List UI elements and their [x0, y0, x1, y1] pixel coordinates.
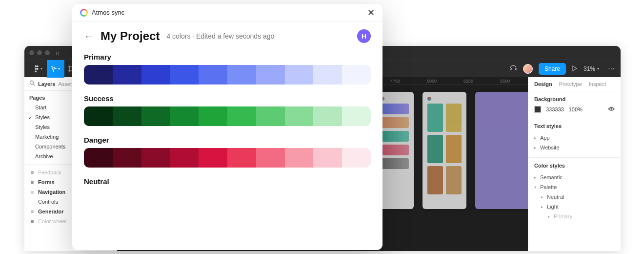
color-styles-section: Color styles ▸Semantic▾Palette▸Neutral▸L…	[528, 158, 621, 223]
color-swatch[interactable]	[227, 106, 256, 126]
palette-name: Success	[84, 94, 371, 103]
color-swatch[interactable]	[141, 65, 170, 85]
palette-group: Danger	[84, 136, 371, 168]
frame-2[interactable]	[423, 92, 466, 209]
color-swatch[interactable]	[170, 148, 199, 168]
color-swatch[interactable]	[342, 106, 371, 126]
assets-tab[interactable]: Asset	[58, 81, 72, 87]
color-swatch[interactable]	[313, 65, 342, 85]
text-style-item[interactable]: ▸Website	[534, 143, 615, 152]
project-meta: 4 colors · Edited a few seconds ago	[166, 32, 274, 40]
background-section: Background 333333 100%	[528, 91, 621, 118]
modal-header: Atmos sync ✕	[72, 4, 382, 21]
layers-tab[interactable]: Layers	[38, 81, 55, 87]
home-icon[interactable]: ⌂	[56, 49, 60, 57]
project-avatar[interactable]: H	[357, 29, 371, 43]
move-tool-button[interactable]: ▾	[47, 60, 64, 78]
right-panel-tabs: Design Prototype Inspect	[528, 77, 621, 91]
svg-point-2	[35, 68, 37, 70]
palette-group: Neutral	[84, 177, 371, 186]
color-swatch[interactable]	[113, 148, 141, 168]
color-swatch[interactable]	[313, 148, 342, 168]
atmos-logo-icon	[80, 9, 88, 17]
text-styles-section: Text styles ▸App▸Website	[528, 118, 621, 158]
color-swatch[interactable]	[313, 106, 342, 126]
color-swatch[interactable]	[199, 148, 227, 168]
color-style-item[interactable]: ▸Light	[534, 202, 615, 212]
color-swatch[interactable]	[227, 148, 256, 168]
color-swatch[interactable]	[199, 106, 227, 126]
inspect-tab[interactable]: Inspect	[589, 81, 606, 87]
background-hex[interactable]: 333333	[546, 106, 564, 112]
svg-point-3	[37, 68, 39, 70]
background-opacity[interactable]: 100%	[569, 106, 583, 112]
modal-fade	[72, 221, 382, 250]
palette-row[interactable]	[84, 65, 371, 85]
frame-3[interactable]	[475, 92, 528, 209]
color-swatch[interactable]	[285, 106, 314, 126]
color-swatch[interactable]	[342, 65, 371, 85]
color-swatch[interactable]	[199, 65, 227, 85]
modal-body: ← My Project 4 colors · Edited a few sec…	[72, 21, 382, 250]
palette-row[interactable]	[84, 148, 371, 168]
color-style-item[interactable]: ▸Neutral	[534, 192, 615, 202]
traffic-lights[interactable]	[29, 50, 50, 55]
palette-name: Neutral	[84, 177, 371, 186]
color-swatch[interactable]	[113, 106, 141, 126]
ruler-tick: 5000	[427, 79, 437, 84]
visibility-icon[interactable]	[608, 106, 615, 112]
search-icon[interactable]	[29, 80, 35, 87]
figma-menu-button[interactable]: ▾	[29, 60, 47, 78]
color-swatch[interactable]	[84, 148, 113, 168]
palette-row[interactable]	[84, 106, 371, 126]
color-style-item[interactable]: ▸Semantic	[534, 172, 615, 182]
color-swatch[interactable]	[256, 65, 285, 85]
color-swatch[interactable]	[170, 106, 199, 126]
canvas-artwork	[376, 92, 528, 209]
project-headline: ← My Project 4 colors · Edited a few sec…	[84, 29, 371, 43]
color-swatch[interactable]	[84, 65, 113, 85]
svg-line-6	[33, 84, 35, 85]
color-swatch[interactable]	[342, 148, 371, 168]
ruler-tick: 5250	[463, 79, 473, 84]
text-style-item[interactable]: ▸App	[534, 133, 615, 143]
more-menu-icon[interactable]: ⋯	[608, 65, 616, 73]
back-arrow-icon[interactable]: ←	[84, 31, 94, 41]
prototype-tab[interactable]: Prototype	[559, 81, 582, 87]
color-swatch[interactable]	[141, 106, 170, 126]
toolbar-right: Share 31%▾ ⋯	[509, 63, 616, 75]
ruler-tick: 4750	[390, 79, 400, 84]
palette-name: Danger	[84, 136, 371, 144]
color-swatch[interactable]	[285, 148, 314, 168]
atmos-sync-modal: Atmos sync ✕ ← My Project 4 colors · Edi…	[72, 4, 382, 250]
background-color-chip[interactable]	[534, 106, 541, 113]
share-button[interactable]: Share	[539, 63, 566, 75]
project-title: My Project	[101, 29, 160, 43]
svg-point-4	[35, 70, 37, 72]
color-swatch[interactable]	[113, 65, 141, 85]
modal-title: Atmos sync	[92, 9, 124, 16]
svg-point-7	[610, 108, 612, 110]
palette-group: Success	[84, 94, 371, 126]
color-swatch[interactable]	[141, 148, 170, 168]
design-tab[interactable]: Design	[534, 81, 552, 87]
zoom-level[interactable]: 31%▾	[584, 65, 599, 72]
present-icon[interactable]	[572, 65, 578, 73]
headset-icon[interactable]	[509, 64, 517, 73]
svg-point-1	[37, 65, 39, 67]
user-avatar[interactable]	[523, 64, 533, 74]
color-swatch[interactable]	[285, 65, 314, 85]
color-swatch[interactable]	[227, 65, 256, 85]
color-swatch[interactable]	[256, 148, 285, 168]
color-style-item[interactable]: ▸Primary	[534, 212, 615, 221]
palette-group: Primary	[84, 53, 371, 85]
background-title: Background	[534, 96, 615, 102]
svg-point-0	[35, 65, 37, 67]
close-icon[interactable]: ✕	[367, 8, 375, 17]
color-swatch[interactable]	[256, 106, 285, 126]
color-style-item[interactable]: ▾Palette	[534, 182, 615, 192]
color-swatch[interactable]	[84, 106, 113, 126]
text-styles-title: Text styles	[534, 123, 615, 129]
color-swatch[interactable]	[170, 65, 199, 85]
svg-point-5	[30, 81, 34, 85]
